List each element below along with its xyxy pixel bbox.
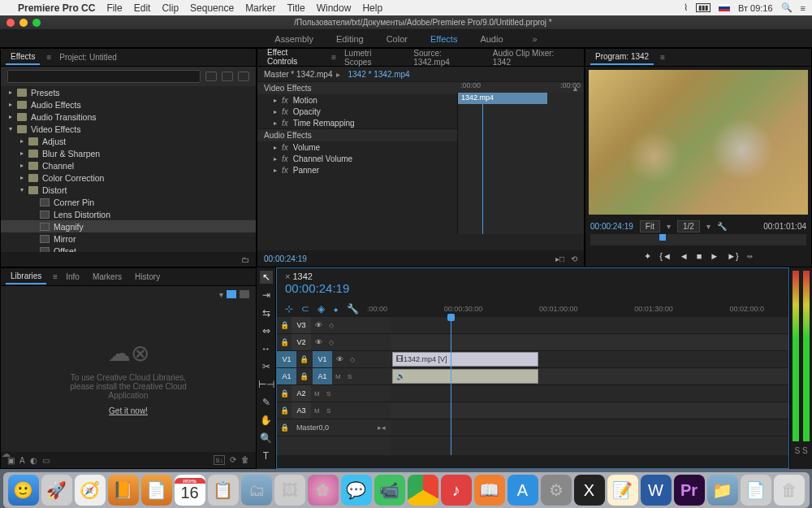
- toggle-track-output-icon[interactable]: 👁: [311, 321, 326, 329]
- mark-out-button[interactable]: ►}: [727, 251, 739, 261]
- tl-settings-icon[interactable]: 🔧: [347, 303, 359, 315]
- dock-word[interactable]: W: [641, 475, 672, 506]
- creative-cloud-icon[interactable]: ☁: [2, 449, 11, 459]
- lock-icon[interactable]: 🔒: [277, 406, 292, 415]
- folder-channel[interactable]: ▸Channel: [1, 159, 256, 172]
- play-button[interactable]: ■: [697, 251, 702, 261]
- track-v1-source[interactable]: V1: [277, 351, 296, 367]
- selection-tool[interactable]: ↖: [260, 271, 273, 284]
- menu-edit[interactable]: Edit: [134, 2, 151, 14]
- panel-menu-icon[interactable]: ≡: [331, 53, 336, 62]
- new-bin-icon[interactable]: 🗀: [241, 255, 249, 264]
- effect-mirror[interactable]: Mirror: [1, 232, 256, 245]
- lock-icon[interactable]: 🔒: [277, 338, 292, 346]
- master-track[interactable]: Master: [292, 423, 319, 432]
- folder-color-correction[interactable]: ▸Color Correction: [1, 172, 256, 184]
- tab-source[interactable]: Source: 1342.mp4: [408, 48, 484, 69]
- workspace-effects[interactable]: Effects: [430, 34, 457, 44]
- workspace-color[interactable]: Color: [387, 34, 408, 44]
- track-select-tool[interactable]: ⇥: [260, 289, 273, 302]
- effects-filter-icon-1[interactable]: [205, 72, 217, 81]
- razor-tool[interactable]: ✂: [260, 360, 273, 373]
- tab-markers[interactable]: Markers: [88, 270, 127, 284]
- dock-preview[interactable]: 🖼: [274, 475, 305, 506]
- track-a3[interactable]: A3: [292, 402, 311, 419]
- workspace-editing[interactable]: Editing: [336, 34, 364, 44]
- menu-sequence[interactable]: Sequence: [190, 2, 234, 14]
- dock-calendar[interactable]: июнь16: [175, 475, 205, 506]
- folder-audio-transitions[interactable]: ▸Audio Transitions: [1, 111, 256, 123]
- dock-notes-app[interactable]: 📝: [607, 475, 638, 506]
- dock-trash[interactable]: 🗑: [774, 475, 805, 506]
- dock-system-preferences[interactable]: ⚙: [541, 475, 572, 506]
- step-forward-button[interactable]: ►: [710, 251, 719, 261]
- ec-clip-label[interactable]: 1342 * 1342.mp4: [348, 70, 410, 79]
- tab-libraries[interactable]: Libraries: [6, 269, 46, 284]
- menu-window[interactable]: Window: [317, 2, 352, 14]
- toggle-track-output-icon[interactable]: 👁: [311, 338, 326, 346]
- tab-lumetri-scopes[interactable]: Lumetri Scopes: [339, 48, 405, 69]
- lock-icon[interactable]: 🔒: [296, 355, 311, 363]
- folder-video-effects[interactable]: ▾Video Effects: [1, 123, 256, 135]
- dock-facetime[interactable]: 📹: [374, 475, 405, 506]
- dock-ibooks[interactable]: 📖: [474, 475, 505, 506]
- zoom-tool[interactable]: 🔍: [260, 432, 273, 445]
- sequence-name[interactable]: 1342: [285, 271, 780, 281]
- ec-toggle-icon[interactable]: ▸□: [555, 254, 564, 263]
- workspace-audio[interactable]: Audio: [480, 34, 503, 44]
- timeline-timecode[interactable]: 00:00:24:19: [285, 281, 780, 295]
- program-playhead[interactable]: [659, 234, 666, 241]
- folder-blur-sharpen[interactable]: ▸Blur & Sharpen: [1, 147, 256, 159]
- workspace-assembly[interactable]: Assembly: [274, 34, 313, 44]
- tab-program[interactable]: Program: 1342: [590, 50, 654, 65]
- view-list-icon[interactable]: [240, 290, 249, 298]
- timeline-playhead[interactable]: [451, 317, 451, 455]
- folder-audio-effects[interactable]: ▸Audio Effects: [1, 98, 256, 111]
- track-controls[interactable]: M S: [332, 373, 391, 380]
- effect-offset[interactable]: Offset: [1, 245, 256, 252]
- step-back-button[interactable]: ◄: [680, 251, 689, 261]
- ec-clip-bar[interactable]: 1342.mp4: [458, 93, 547, 104]
- export-frame-button[interactable]: ⎃: [747, 251, 753, 261]
- dock-messages[interactable]: 💬: [341, 475, 372, 506]
- ec-loop-icon[interactable]: ⟲: [571, 254, 577, 263]
- tab-history[interactable]: History: [130, 270, 165, 284]
- mark-in-button[interactable]: {◄: [659, 251, 672, 261]
- track-a1-source[interactable]: A1: [277, 368, 296, 384]
- menu-clip[interactable]: Clip: [162, 2, 179, 14]
- dock-x-app[interactable]: X: [574, 475, 605, 506]
- solo-indicator[interactable]: S S: [792, 446, 810, 455]
- track-controls[interactable]: M S: [311, 407, 391, 415]
- timeline-track-area[interactable]: 🎞 1342.mp4 [V] 🔊: [391, 317, 788, 455]
- timeline-ruler[interactable]: :00:00 00:00:30:00 00:01:00:00 00:01:30:…: [367, 305, 780, 313]
- folder-presets[interactable]: ▸Presets: [1, 86, 256, 98]
- add-marker-icon[interactable]: ◈: [317, 303, 325, 315]
- tab-audio-clip-mixer[interactable]: Audio Clip Mixer: 1342: [488, 48, 579, 69]
- ec-opacity[interactable]: Opacity: [293, 107, 321, 116]
- spotlight-icon[interactable]: 🔍: [781, 2, 793, 13]
- ec-audio-effects-header[interactable]: Audio Effects: [264, 131, 312, 140]
- panel-menu-icon[interactable]: ≡: [53, 272, 58, 281]
- effects-tree[interactable]: ▸Presets▸Audio Effects▸Audio Transitions…: [1, 86, 256, 252]
- panel-menu-icon[interactable]: ≡: [660, 53, 665, 62]
- menu-marker[interactable]: Marker: [245, 2, 275, 14]
- pen-tool[interactable]: ✎: [260, 396, 273, 409]
- effect-magnify[interactable]: Magnify: [1, 220, 256, 232]
- dock-premiere[interactable]: Pr: [674, 475, 705, 506]
- ec-playhead[interactable]: [482, 104, 483, 234]
- battery-icon[interactable]: ▮▮▮: [696, 3, 710, 12]
- program-fit-dropdown[interactable]: Fit: [640, 220, 660, 232]
- lock-icon[interactable]: 🔒: [296, 372, 311, 380]
- dock-pages[interactable]: 📄: [141, 475, 172, 506]
- track-a1-target[interactable]: A1: [313, 368, 332, 384]
- lock-icon[interactable]: 🔒: [277, 321, 292, 329]
- dock-itunes[interactable]: ♪: [441, 475, 472, 506]
- menu-file[interactable]: File: [106, 2, 122, 14]
- close-window-button[interactable]: [6, 19, 15, 27]
- lock-icon[interactable]: 🔒: [277, 423, 292, 432]
- program-preview[interactable]: [589, 70, 808, 215]
- ec-time-remapping[interactable]: Time Remapping: [293, 119, 355, 128]
- ec-motion[interactable]: Motion: [293, 96, 317, 105]
- dock-photos[interactable]: ✿: [308, 475, 339, 506]
- dock-notes[interactable]: 📋: [208, 475, 239, 506]
